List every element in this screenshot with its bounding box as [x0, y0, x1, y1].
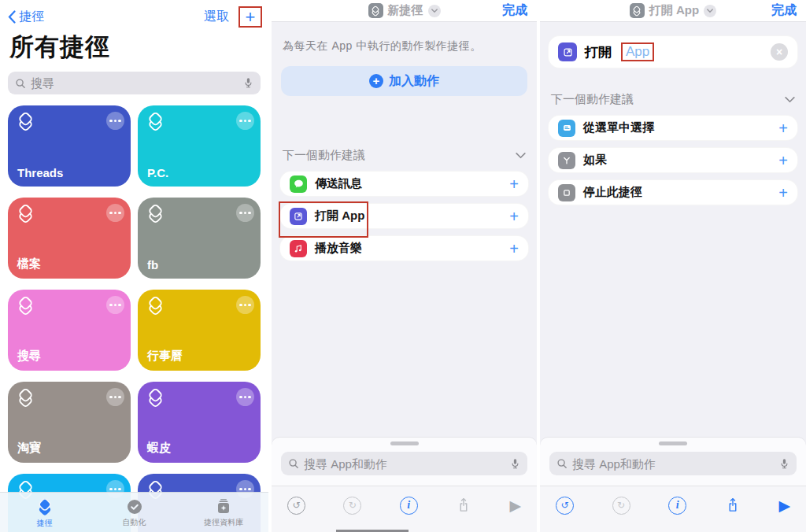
shortcut-tile[interactable]: Threads [8, 105, 131, 187]
chevron-down-icon[interactable] [704, 5, 716, 17]
tile-more-button[interactable] [236, 204, 254, 222]
shortcut-tile[interactable]: 蝦皮 [138, 382, 261, 463]
shortcut-tile[interactable]: fb [138, 198, 261, 279]
add-action-button[interactable]: + 加入動作 [281, 66, 527, 96]
tile-label: fb [147, 258, 158, 272]
chevron-down-icon[interactable] [428, 5, 441, 17]
share-button[interactable] [725, 497, 741, 514]
mic-icon[interactable] [242, 76, 254, 90]
mic-icon[interactable] [509, 457, 521, 471]
add-suggestion-button[interactable]: + [778, 120, 788, 136]
play-button[interactable]: ▶ [778, 497, 790, 515]
shortcut-tile[interactable]: 搜尋 [8, 290, 131, 371]
menu-icon [558, 120, 575, 137]
add-suggestion-button[interactable]: + [509, 209, 519, 224]
shortcut-header-icon [368, 3, 383, 18]
add-suggestion-button[interactable]: + [778, 185, 788, 201]
shortcut-tile[interactable]: 行事曆 [138, 290, 261, 371]
shortcuts-stack-icon [145, 111, 166, 133]
remove-action-button[interactable]: × [771, 43, 788, 61]
tile-more-button[interactable] [106, 204, 124, 222]
tile-more-button[interactable] [236, 296, 254, 314]
suggestion-row-choose-from-menu[interactable]: 從選單中選擇 + [548, 115, 798, 141]
redo-button[interactable]: ↻ [343, 497, 361, 515]
drag-handle[interactable] [390, 441, 419, 445]
collapse-chevron-icon[interactable] [785, 97, 795, 103]
tile-label: 淘寶 [17, 441, 41, 456]
tile-more-button[interactable] [236, 388, 254, 406]
suggestion-label: 如果 [583, 153, 607, 168]
shortcut-tile[interactable]: P.C. [138, 105, 261, 187]
play-button[interactable]: ▶ [509, 497, 521, 515]
message-icon [290, 175, 307, 193]
left-nav-bar: 捷徑 選取 + [0, 0, 268, 28]
tile-more-button[interactable] [106, 112, 124, 130]
tile-more-button[interactable] [106, 388, 124, 406]
tab-label: 捷徑資料庫 [204, 517, 243, 528]
right-nav-bar: 打開 App 完成 [540, 0, 806, 22]
tab-label: 自動化 [123, 517, 146, 528]
open-app-config-screen: 打開 App 完成 打開 App × 下一個動作建議 [540, 0, 806, 532]
done-button[interactable]: 完成 [771, 2, 797, 19]
suggestion-row-play-music[interactable]: 播放音樂 + [279, 235, 529, 261]
search-bar[interactable] [8, 72, 261, 94]
suggestion-row-if[interactable]: 如果 + [548, 147, 798, 173]
music-icon [290, 240, 307, 257]
info-button[interactable]: i [400, 497, 418, 515]
action-search-input[interactable] [304, 457, 505, 471]
suggestion-row-send-message[interactable]: 傳送訊息 + [279, 171, 529, 197]
suggestions-list: 傳送訊息 + 打開 App + 播放音樂 + [279, 171, 529, 261]
app-parameter-token[interactable]: App [621, 42, 654, 61]
back-button[interactable]: 捷徑 [8, 9, 44, 25]
tab-gallery[interactable]: 捷徑資料庫 [179, 493, 268, 532]
nav-title: 新捷徑 [388, 3, 423, 18]
back-label: 捷徑 [19, 9, 44, 25]
done-button[interactable]: 完成 [502, 2, 527, 19]
open-app-icon [290, 208, 307, 225]
tile-label: P.C. [147, 166, 168, 179]
shortcut-title-menu[interactable]: 新捷徑 [368, 3, 441, 18]
action-search-bar[interactable] [281, 452, 527, 475]
suggestion-row-stop-shortcut[interactable]: 停止此捷徑 + [548, 179, 798, 205]
add-suggestion-button[interactable]: + [778, 153, 788, 168]
add-suggestion-button[interactable]: + [509, 241, 519, 257]
undo-button[interactable]: ↺ [556, 497, 574, 515]
action-verb: 打開 [585, 43, 612, 61]
action-search-bar[interactable] [549, 452, 797, 475]
action-search-sheet [540, 438, 806, 486]
search-input[interactable] [31, 76, 238, 90]
shortcut-header-icon [630, 3, 645, 18]
suggestion-label: 停止此捷徑 [583, 185, 642, 200]
suggestions-section-header: 下一個動作建議 [283, 148, 526, 163]
stop-icon [558, 184, 575, 201]
shortcut-tile[interactable]: 淘寶 [8, 382, 131, 463]
shortcuts-stack-icon [15, 111, 36, 133]
shortcut-tile[interactable]: 檔案 [8, 198, 131, 279]
chevron-left-icon [8, 10, 16, 24]
suggestion-row-open-app[interactable]: 打開 App + [279, 203, 529, 229]
shortcut-title-menu[interactable]: 打開 App [630, 3, 716, 18]
collapse-chevron-icon[interactable] [516, 153, 526, 159]
share-button[interactable] [456, 497, 471, 514]
shortcuts-app-tutorial: 捷徑 選取 + 所有捷徑 Threads P.C. [0, 0, 806, 532]
info-button[interactable]: i [668, 497, 686, 515]
tab-automation[interactable]: 自動化 [90, 493, 179, 532]
section-title: 下一個動作建議 [283, 148, 365, 163]
editor-toolbar: ↺ ↻ i ▶ [540, 486, 806, 532]
open-app-action-card[interactable]: 打開 App × [548, 35, 798, 68]
empty-shortcut-description: 為每天在 App 中執行的動作製作捷徑。 [283, 39, 526, 54]
tile-more-button[interactable] [236, 112, 254, 130]
tile-more-button[interactable] [106, 296, 124, 314]
shortcuts-stack-icon [145, 203, 166, 225]
mic-icon[interactable] [778, 457, 790, 471]
select-button[interactable]: 選取 [204, 9, 229, 25]
drag-handle[interactable] [659, 441, 687, 445]
redo-button[interactable]: ↻ [612, 497, 630, 515]
action-search-input[interactable] [572, 457, 775, 471]
add-shortcut-button[interactable]: + [238, 6, 262, 28]
undo-button[interactable]: ↺ [287, 497, 305, 515]
tab-shortcuts[interactable]: 捷徑 [0, 493, 90, 532]
add-suggestion-button[interactable]: + [509, 176, 519, 192]
tab-bar: 捷徑 自動化 捷徑資料庫 [0, 492, 268, 532]
suggestions-list: 從選單中選擇 + 如果 + 停止此捷徑 + [548, 115, 798, 205]
